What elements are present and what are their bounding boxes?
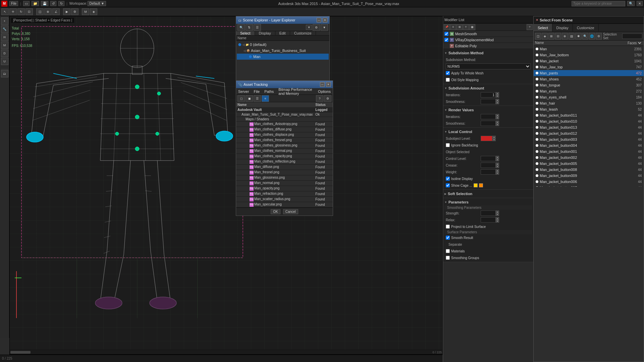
mp-cl-down[interactable]: ▼ (496, 159, 499, 161)
mp-relax-up[interactable]: ▲ (496, 217, 499, 220)
mp-strength-spinner[interactable]: 0.5 ▲ ▼ (481, 210, 499, 216)
mp-isoline-check[interactable] (446, 177, 450, 181)
se-row-2[interactable]: 🔵 Man (237, 54, 329, 60)
mp-nurms-select[interactable]: NURMS Classic (446, 63, 531, 69)
at-row-13[interactable]: PMMan_glossiness.pngFound (236, 175, 333, 181)
sfs-item-13[interactable]: Man_jacket_button01344 (534, 124, 644, 130)
lt-modify[interactable]: 🔧 (1, 25, 8, 33)
mp-smooth-spinner[interactable]: 1.0 ▲ ▼ (481, 99, 499, 104)
sfs-object-list[interactable]: Man2391Man_Jaw_bottom1760Man_jacket1041M… (534, 46, 644, 187)
mp-render-smooth-down[interactable]: ▼ (496, 123, 499, 126)
workspace-dropdown[interactable]: Default ▼ (88, 1, 106, 6)
mp-materials-check[interactable] (446, 249, 450, 253)
at-row-3[interactable]: PMMan_clothes_Anisotropy.pngFound (236, 122, 333, 127)
sfs-item-8[interactable]: Man_eyes_shell184 (534, 94, 644, 100)
sfs-item-12[interactable]: Man_jacket_button01044 (534, 118, 644, 124)
se-sort[interactable]: ⇅ (246, 24, 253, 31)
sfs-icon-4[interactable]: ⊟ (555, 33, 561, 40)
lt-motion[interactable]: M (1, 42, 8, 49)
sfs-item-0[interactable]: Man2391 (534, 46, 644, 52)
se-find[interactable]: 🔍 (237, 24, 245, 31)
mp-showcage-check[interactable] (446, 183, 450, 187)
render-btn[interactable]: ▶ (63, 8, 70, 15)
mp-pin[interactable]: 📌 (444, 24, 450, 30)
mp-smooth-up[interactable]: ▲ (496, 99, 499, 102)
sfs-item-22[interactable]: Man_jacket_button00644 (534, 179, 644, 185)
mp-large[interactable]: ▦ (469, 24, 475, 30)
material-editor[interactable]: M (82, 8, 89, 15)
lt-display[interactable]: D (1, 50, 8, 57)
sfs-item-11[interactable]: Man_jacket_button01144 (534, 112, 644, 118)
sfs-icon-9[interactable]: 🌐 (589, 33, 595, 40)
at-menu-file[interactable]: File (253, 89, 260, 94)
mp-subdivision-amount-header[interactable]: ▼ Subdivision Amount (444, 85, 532, 92)
mp-smooth-input[interactable]: 1.0 (481, 99, 496, 104)
at-row-14[interactable]: PMMan_normal.pngFound (236, 181, 333, 186)
sfs-tab-customize[interactable]: Customize (573, 24, 599, 32)
mp-render-iter-input[interactable]: 2 (481, 114, 496, 119)
mp-cl-up[interactable]: ▲ (496, 156, 499, 159)
mp-relax-spinner[interactable]: 0.0 ▲ ▼ (481, 217, 499, 223)
se-tab-customize[interactable]: Customize (290, 31, 316, 35)
se-row-1[interactable]: ◁ 📦 Asian_Man_Tunic_Business_Suit (237, 48, 329, 54)
at-settings[interactable]: ⚙ (324, 95, 331, 102)
mp-weight-up[interactable]: ▲ (496, 169, 499, 172)
sfs-item-20[interactable]: Man_jacket_button00844 (534, 167, 644, 173)
at-menu-bitmap[interactable]: Bitmap Performance and Memory (278, 87, 314, 96)
menu-file[interactable]: File (9, 1, 18, 6)
render-settings[interactable]: ⚙ (71, 8, 78, 15)
at-row-18[interactable]: PMMan_specular.pngFound (236, 202, 333, 207)
sfs-item-5[interactable]: Man_shoes452 (534, 76, 644, 82)
se-row-0[interactable]: 🔵 ◁ 📁 0 (default) (237, 42, 329, 48)
mp-subobj-spinner[interactable]: 0 ▲ ▼ (481, 136, 496, 141)
mp-cage-color2[interactable] (479, 183, 483, 187)
mp-subdivision-method-header[interactable]: ▼ Subdivision Method (444, 50, 532, 56)
sfs-item-1[interactable]: Man_Jaw_bottom1760 (534, 52, 644, 58)
mp-strength-input[interactable]: 0.5 (481, 210, 496, 216)
at-row-12[interactable]: PMMan_fresnel.pngFound (236, 170, 333, 175)
mp-weight-input[interactable]: 1.0 (481, 169, 496, 175)
mp-render-iter-spinner[interactable]: 2 ▲ ▼ (481, 114, 499, 119)
mp-iter-down[interactable]: ▼ (496, 95, 499, 98)
mp-project-check[interactable] (446, 225, 450, 229)
sfs-icon-2[interactable]: ◈ (542, 33, 548, 40)
schematic-view[interactable]: ◈ (90, 8, 97, 15)
sfs-selection-set-input[interactable] (622, 34, 642, 39)
se-close-x[interactable]: ✕ (306, 25, 312, 30)
tb-new[interactable]: ▭ (23, 1, 30, 6)
mp-weight-spinner[interactable]: 1.0 ▲ ▼ (481, 169, 499, 175)
select-tool[interactable]: ↖ (1, 8, 9, 15)
se-tab-display[interactable]: Display (255, 31, 275, 35)
sfs-item-4[interactable]: Man_pants472 (534, 70, 644, 76)
mp-soft-selection-header[interactable]: ▶ Soft Selection (444, 190, 532, 197)
sfs-item-2[interactable]: Man_jacket1041 (534, 58, 644, 64)
lt-hierarchy[interactable]: H (1, 34, 8, 41)
at-btn4[interactable]: ≡ (262, 95, 269, 102)
sfs-icon-7[interactable]: ✱ (575, 33, 581, 40)
mp-iter-input[interactable]: 1 (481, 92, 496, 98)
mp-help[interactable]: ? (527, 24, 533, 30)
sfs-item-14[interactable]: Man_jacket_button01244 (534, 130, 644, 136)
at-row-15[interactable]: PMMan_opacity.pngFound (236, 186, 333, 191)
mp-strength-down[interactable]: ▼ (496, 213, 499, 216)
at-row-9[interactable]: PMMan_clothes_opacity.pngFound (236, 154, 333, 159)
at-btn3[interactable]: ☰ (254, 95, 261, 102)
mp-subobj-up[interactable]: ▲ (492, 136, 496, 138)
sfs-icon-1[interactable]: ◫ (535, 33, 541, 40)
at-cancel-btn[interactable]: Cancel (283, 209, 298, 214)
mod-meshsmooth[interactable]: ▤ MeshSmooth (443, 31, 533, 37)
mod-meshsmooth-toggle[interactable] (444, 32, 448, 36)
sfs-icon-10[interactable]: ⚙ (596, 33, 602, 40)
se-options[interactable]: ☰ (254, 24, 261, 31)
mp-text[interactable]: T (463, 24, 469, 30)
mp-relax-down[interactable]: ▼ (496, 220, 499, 223)
mp-smoothing-groups-check[interactable] (446, 256, 450, 260)
at-row-0[interactable]: Autodesk VaultLogged (236, 108, 333, 112)
select-filter[interactable]: ◫ (36, 8, 44, 15)
sfs-icon-8[interactable]: 🔍 (582, 33, 588, 40)
angle-snap[interactable]: ∠ (52, 8, 60, 15)
mp-render-smooth-up[interactable]: ▲ (496, 121, 499, 123)
at-menu-options[interactable]: Options (317, 89, 331, 94)
mp-render-values-header[interactable]: ▼ Render Values (444, 107, 532, 113)
tb-redo[interactable]: ↻ (58, 1, 64, 6)
